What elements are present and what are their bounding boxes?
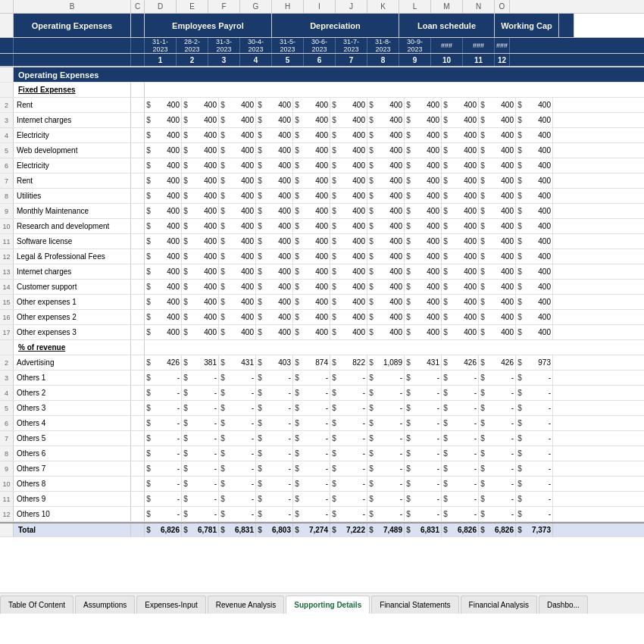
cell-value: - <box>264 477 292 491</box>
cell-value: 400 <box>152 295 181 309</box>
cell-value: - <box>412 370 441 385</box>
cell-value: 400 <box>524 98 552 112</box>
date-11: ### <box>463 38 495 53</box>
spreadsheet-tab[interactable]: Supporting Details <box>286 596 370 614</box>
dollar-sign: $ <box>479 219 486 233</box>
dollar-sign: $ <box>516 158 524 173</box>
table-row: 5 Web development $ 400 $ 400 $ 400 $ 40… <box>0 143 644 158</box>
row-num: 10 <box>0 477 14 491</box>
cell-value: - <box>524 461 552 476</box>
data-pair: $ - <box>182 386 219 400</box>
data-pair: $ 400 <box>405 128 442 142</box>
dollar-sign: $ <box>182 264 189 279</box>
dollar-sign: $ <box>256 234 264 249</box>
row-num: 3 <box>0 113 14 127</box>
cell-value: 400 <box>338 128 367 142</box>
cell-value: 400 <box>486 113 515 127</box>
row-num: 8 <box>0 189 14 203</box>
row-label: Others 6 <box>14 446 131 461</box>
cell-value: 400 <box>449 234 478 249</box>
spreadsheet-tab[interactable]: Financial Analysis <box>461 596 537 614</box>
cell-value: 400 <box>338 174 367 188</box>
data-pair: $ - <box>145 416 182 430</box>
cell-value: 400 <box>375 128 404 142</box>
dollar-sign: $ <box>405 446 412 461</box>
dollar-sign: $ <box>256 370 264 385</box>
data-pair: $ 400 <box>367 158 405 173</box>
cell-value: 400 <box>264 280 292 294</box>
dollar-sign: $ <box>182 386 189 400</box>
date-3: 31-3-2023 <box>208 38 240 53</box>
cell-value: - <box>264 370 292 385</box>
dollar-sign: $ <box>479 249 486 264</box>
data-pair: $ 400 <box>145 264 182 279</box>
dollar-sign: $ <box>182 310 189 324</box>
data-pair: $ 400 <box>293 128 330 142</box>
spreadsheet-tab[interactable]: Revenue Analysis <box>208 596 285 614</box>
table-row: 5 Others 3 $ - $ - $ - $ - $ - $ - <box>0 401 644 416</box>
dollar-sign: $ <box>516 204 524 218</box>
cell-value: 400 <box>227 98 255 112</box>
cell-value: - <box>189 461 218 476</box>
cell-value: - <box>152 507 181 521</box>
dollar-sign: $ <box>145 431 152 445</box>
sec-hdr-c <box>131 14 145 37</box>
spreadsheet-tab[interactable]: Assumptions <box>75 596 135 614</box>
table-row: 9 Others 7 $ - $ - $ - $ - $ - $ - <box>0 461 644 477</box>
cell-value: 400 <box>524 310 552 324</box>
dollar-sign: $ <box>405 325 412 339</box>
cell-value: 400 <box>338 219 367 233</box>
cell-value: 822 <box>338 355 367 370</box>
dollar-sign: $ <box>516 325 524 339</box>
dollar-sign: $ <box>293 386 301 400</box>
col-letter-h: H <box>272 0 304 13</box>
cell-value: 400 <box>449 189 478 203</box>
dollar-sign: $ <box>182 128 189 142</box>
data-pair: $ 6,831 <box>405 524 442 536</box>
num-9: 9 <box>399 54 431 66</box>
dollar-sign: $ <box>516 386 524 400</box>
cell-value: - <box>486 492 515 506</box>
dollar-sign: $ <box>442 401 449 415</box>
dollar-sign: $ <box>516 189 524 203</box>
table-row: Total $ 6,826 $ 6,781 $ 6,831 $ 6,803 $ … <box>0 522 644 537</box>
cell-value: - <box>152 492 181 506</box>
dollar-sign: $ <box>293 477 301 491</box>
data-pair: $ 400 <box>145 189 182 203</box>
cell-value: 400 <box>264 143 292 158</box>
data-pair: $ 400 <box>405 295 442 309</box>
cell-value: 400 <box>152 310 181 324</box>
dollar-sign: $ <box>442 507 449 521</box>
row-num <box>0 340 14 355</box>
data-pair: $ - <box>367 431 405 445</box>
spacer <box>131 174 145 188</box>
data-pair: $ 400 <box>516 189 553 203</box>
spreadsheet-tab[interactable]: Expenses-Input <box>136 596 206 614</box>
table-row: 10 Research and development $ 400 $ 400 … <box>0 219 644 234</box>
cell-value: 400 <box>524 204 552 218</box>
cell-value: 6,781 <box>189 524 218 536</box>
dollar-sign: $ <box>405 280 412 294</box>
col-letter-f: F <box>208 0 240 13</box>
cell-value: - <box>227 507 255 521</box>
cell-value: 400 <box>375 98 404 112</box>
cell-value: 400 <box>301 325 330 339</box>
cell-value: 400 <box>227 158 255 173</box>
row-num: 15 <box>0 295 14 309</box>
row-num: 2 <box>0 355 14 370</box>
cell-value: 400 <box>189 204 218 218</box>
sec-hdr-working: Working Cap <box>495 14 559 37</box>
data-pair: $ - <box>442 492 479 506</box>
spreadsheet-tab[interactable]: Financial Statements <box>371 596 458 614</box>
data-pair: $ 822 <box>330 355 367 370</box>
dollar-sign: $ <box>219 189 227 203</box>
dollar-sign: $ <box>405 113 412 127</box>
cell-value: 400 <box>524 249 552 264</box>
data-pair: $ 400 <box>367 234 405 249</box>
spreadsheet-tab[interactable]: Dashbo... <box>539 596 588 614</box>
dollar-sign: $ <box>479 174 486 188</box>
spreadsheet-tab[interactable]: Table Of Content <box>0 596 73 614</box>
dollar-sign: $ <box>182 477 189 491</box>
data-pair: $ 400 <box>330 280 367 294</box>
cell-value: - <box>449 401 478 415</box>
